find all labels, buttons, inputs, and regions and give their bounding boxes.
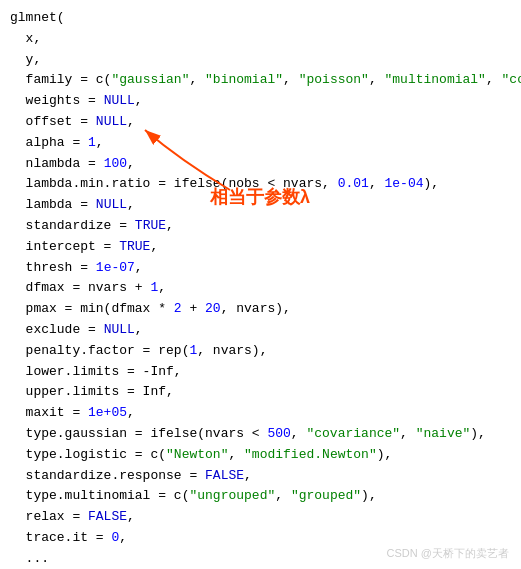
- code-line: thresh = 1e-07,: [10, 258, 511, 279]
- code-line: type.gaussian = ifelse(nvars < 500, "cov…: [10, 424, 511, 445]
- code-line: dfmax = nvars + 1,: [10, 278, 511, 299]
- code-line: pmax = min(dfmax * 2 + 20, nvars),: [10, 299, 511, 320]
- code-line: type.logistic = c("Newton", "modified.Ne…: [10, 445, 511, 466]
- code-line: relax = FALSE,: [10, 507, 511, 528]
- code-line: y,: [10, 50, 511, 71]
- code-line: penalty.factor = rep(1, nvars),: [10, 341, 511, 362]
- watermark: CSDN @天桥下的卖艺者: [387, 546, 509, 561]
- code-line: type.multinomial = c("ungrouped", "group…: [10, 486, 511, 507]
- code-line: standardize.response = FALSE,: [10, 466, 511, 487]
- code-line: upper.limits = Inf,: [10, 382, 511, 403]
- code-line: intercept = TRUE,: [10, 237, 511, 258]
- code-line: glmnet(: [10, 8, 511, 29]
- code-block: glmnet( x, y, family = c("gaussian", "bi…: [0, 0, 521, 569]
- code-line: x,: [10, 29, 511, 50]
- code-line: lower.limits = -Inf,: [10, 362, 511, 383]
- annotation-label: 相当于参数λ: [210, 185, 310, 209]
- code-line: family = c("gaussian", "binomial", "pois…: [10, 70, 511, 91]
- code-content: glmnet( x, y, family = c("gaussian", "bi…: [10, 8, 511, 569]
- code-line: maxit = 1e+05,: [10, 403, 511, 424]
- code-line: exclude = NULL,: [10, 320, 511, 341]
